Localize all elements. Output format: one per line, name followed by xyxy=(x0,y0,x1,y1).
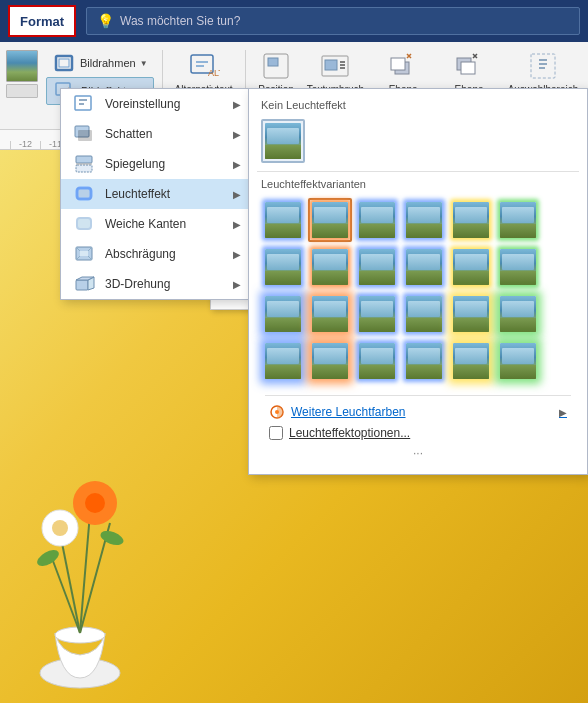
voreinstellung-arrow: ▶ xyxy=(233,99,241,110)
glow-item[interactable] xyxy=(402,292,446,336)
svg-point-25 xyxy=(35,547,62,569)
abschraegung-label: Abschrägung xyxy=(105,247,176,261)
submenu-footer: Weitere Leuchtfarben ▶ Leuchteffektoptio… xyxy=(257,387,579,466)
lightbulb-icon: 💡 xyxy=(97,13,114,29)
glow-item[interactable] xyxy=(261,292,305,336)
glow-thumb xyxy=(265,343,301,379)
svg-point-24 xyxy=(85,493,105,513)
glow-thumb xyxy=(359,343,395,379)
glow-item[interactable] xyxy=(355,198,399,242)
bildrahmen-button[interactable]: Bildrahmen ▼ xyxy=(46,50,154,76)
menu-item-weiche-kanten[interactable]: Weiche Kanten ▶ xyxy=(61,209,249,239)
leuchteffekt-arrow: ▶ xyxy=(233,189,241,200)
alt-text-icon: ALT xyxy=(188,50,220,82)
glow-item[interactable] xyxy=(308,245,352,289)
menu-item-voreinstellung[interactable]: Voreinstellung ▶ xyxy=(61,89,249,119)
glow-thumb xyxy=(500,202,536,238)
menu-item-schatten[interactable]: Schatten ▶ xyxy=(61,119,249,149)
glow-item[interactable] xyxy=(496,198,540,242)
bevel-icon xyxy=(73,244,97,264)
soft-edges-icon xyxy=(73,214,97,234)
schatten-arrow: ▶ xyxy=(233,129,241,140)
svg-rect-38 xyxy=(80,251,88,256)
glow-item[interactable] xyxy=(261,198,305,242)
svg-line-20 xyxy=(50,553,80,633)
glow-options-link[interactable]: Leuchteffektoptionen... xyxy=(265,424,571,442)
svg-rect-11 xyxy=(391,58,405,70)
3d-rotate-icon xyxy=(73,274,97,294)
glow-thumb xyxy=(406,343,442,379)
bildrahmen-arrow: ▼ xyxy=(140,59,148,68)
glow-item[interactable] xyxy=(449,245,493,289)
top-bar: Format 💡 Was möchten Sie tun? xyxy=(0,0,588,42)
glow-item[interactable] xyxy=(496,245,540,289)
frame-icon xyxy=(52,53,76,73)
glow-item[interactable] xyxy=(496,339,540,383)
glow-item-selected[interactable] xyxy=(308,198,352,242)
more-colors-arrow: ▶ xyxy=(559,407,567,418)
glow-item[interactable] xyxy=(261,339,305,383)
glow-thumb xyxy=(312,296,348,332)
preset-icon xyxy=(73,94,97,114)
glow-item[interactable] xyxy=(402,339,446,383)
menu-item-leuchteffekt[interactable]: Leuchteffekt ▶ xyxy=(61,179,249,209)
glow-item[interactable] xyxy=(496,292,540,336)
glow-thumb xyxy=(453,249,489,285)
glow-item[interactable] xyxy=(355,292,399,336)
menu-item-3d-drehung[interactable]: 3D-Drehung ▶ xyxy=(61,269,249,299)
glow-none-item[interactable] xyxy=(261,119,305,163)
more-colors-link[interactable]: Weitere Leuchtfarben ▶ xyxy=(265,402,571,422)
svg-rect-1 xyxy=(59,59,69,67)
svg-rect-30 xyxy=(76,156,92,163)
glow-thumb xyxy=(406,249,442,285)
ruler-mark: -12 xyxy=(10,141,40,149)
3d-drehung-arrow: ▶ xyxy=(233,279,241,290)
search-box[interactable]: 💡 Was möchten Sie tun? xyxy=(86,7,580,35)
svg-point-22 xyxy=(52,520,68,536)
glow-item[interactable] xyxy=(449,339,493,383)
glow-thumb xyxy=(265,296,301,332)
glow-thumb xyxy=(359,249,395,285)
glow-thumb xyxy=(359,296,395,332)
svg-rect-13 xyxy=(461,62,475,74)
submenu-divider xyxy=(257,171,579,172)
glow-item[interactable] xyxy=(402,245,446,289)
format-tab[interactable]: Format xyxy=(8,5,76,37)
glow-options-label: Leuchteffektoptionen... xyxy=(289,426,410,440)
svg-point-41 xyxy=(275,410,279,414)
glow-thumb xyxy=(453,343,489,379)
variants-title: Leuchteffektvarianten xyxy=(257,176,579,194)
glow-item[interactable] xyxy=(308,339,352,383)
svg-rect-29 xyxy=(78,130,92,141)
menu-item-spiegelung[interactable]: Spiegelung ▶ xyxy=(61,149,249,179)
no-glow-row xyxy=(257,115,579,167)
weiche-kanten-label: Weiche Kanten xyxy=(105,217,186,231)
svg-rect-39 xyxy=(76,280,88,290)
glow-thumb xyxy=(500,343,536,379)
svg-rect-7 xyxy=(268,58,278,66)
glow-thumb xyxy=(453,296,489,332)
glow-item[interactable] xyxy=(261,245,305,289)
glow-none-thumb xyxy=(265,123,301,159)
glow-item[interactable] xyxy=(449,198,493,242)
no-glow-title: Kein Leuchteffekt xyxy=(257,97,579,115)
scroll-control[interactable] xyxy=(6,84,38,98)
svg-rect-36 xyxy=(78,219,90,228)
schatten-label: Schatten xyxy=(105,127,152,141)
glow-thumb xyxy=(500,249,536,285)
glow-item[interactable] xyxy=(308,292,352,336)
glow-thumb xyxy=(500,296,536,332)
image-preview-group xyxy=(6,50,38,98)
search-placeholder: Was möchten Sie tun? xyxy=(120,14,240,28)
glow-thumb xyxy=(406,296,442,332)
glow-item[interactable] xyxy=(449,292,493,336)
select-icon xyxy=(527,50,559,82)
glow-options-checkbox[interactable] xyxy=(269,426,283,440)
glow-item[interactable] xyxy=(402,198,446,242)
glow-thumb xyxy=(312,249,348,285)
glow-item[interactable] xyxy=(355,339,399,383)
glow-grid xyxy=(257,194,579,387)
glow-item[interactable] xyxy=(355,245,399,289)
menu-item-abschraegung[interactable]: Abschrägung ▶ xyxy=(61,239,249,269)
svg-point-26 xyxy=(99,528,126,547)
